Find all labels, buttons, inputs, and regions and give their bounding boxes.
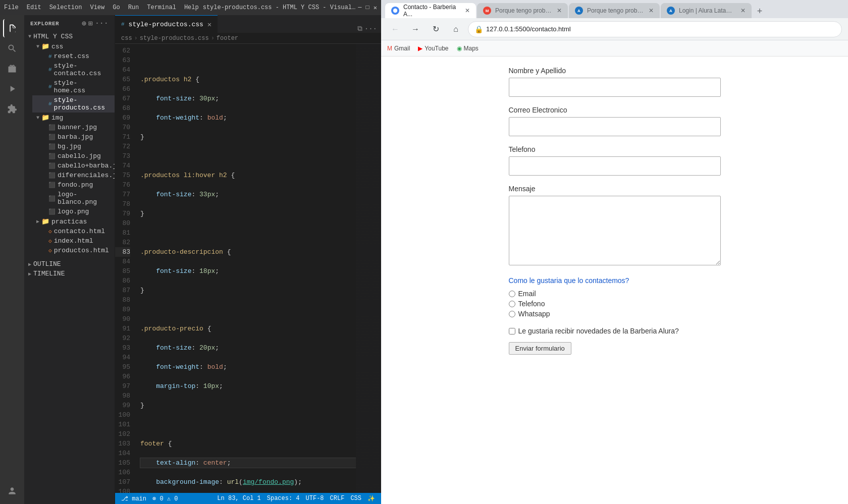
tab-close-icon[interactable]: ✕	[207, 20, 211, 29]
new-file-icon[interactable]: ⊕	[82, 19, 86, 28]
new-folder-icon[interactable]: ⊞	[88, 19, 93, 28]
error-count[interactable]: ⊗ 0 ⚠ 0	[152, 495, 178, 502]
sidebar-timeline[interactable]: ▶ TIMELINE	[24, 269, 115, 278]
prettier-icon[interactable]: ✨	[367, 495, 375, 502]
run-debug-icon[interactable]	[3, 80, 21, 98]
radio-telefono[interactable]: Telefono	[509, 300, 721, 308]
maximize-icon[interactable]: □	[366, 4, 369, 12]
correo-input[interactable]	[509, 117, 721, 136]
code-content[interactable]: .productos h2 { font-size: 30px; font-we…	[136, 44, 356, 493]
search-icon[interactable]	[3, 39, 21, 58]
code-line: .productos li:hover h2 {	[140, 171, 356, 180]
breadcrumb-css[interactable]: css	[121, 35, 132, 42]
bookmark-youtube[interactable]: ▶ YouTube	[418, 45, 448, 52]
breadcrumb-symbol[interactable]: footer	[217, 35, 238, 42]
line-endings[interactable]: CRLF	[330, 495, 345, 502]
tab-close-icon[interactable]: ✕	[649, 7, 654, 14]
menu-view[interactable]: View	[90, 4, 104, 11]
sidebar-folder-css[interactable]: ▼ 📁 css	[32, 41, 115, 51]
forward-button[interactable]: →	[407, 21, 423, 37]
code-line	[140, 420, 356, 429]
window-controls[interactable]: ─ □ ✕	[358, 4, 377, 12]
menu-run[interactable]: Run	[128, 4, 139, 11]
nombre-input[interactable]	[509, 78, 721, 97]
sidebar-header-actions[interactable]: ⊕ ⊞ ···	[82, 19, 109, 28]
sidebar-file-logo[interactable]: ⬛ logo.png	[32, 207, 115, 216]
menu-go[interactable]: Go	[113, 4, 120, 11]
browser-tab-2[interactable]: A Porque tengo proble... ✕	[569, 3, 660, 18]
img-file-icon: ⬛	[48, 143, 56, 150]
sidebar-file-home-css[interactable]: # style-home.css	[32, 78, 115, 95]
bookmark-label: YouTube	[425, 45, 448, 52]
sidebar-file-contacto-css[interactable]: # style-contacto.css	[32, 61, 115, 78]
close-icon[interactable]: ✕	[374, 4, 377, 12]
sidebar-file-reset-css[interactable]: # reset.css	[32, 51, 115, 61]
browser-tab-1[interactable]: M Porque tengo proble... ✕	[477, 3, 568, 18]
menu-terminal[interactable]: Terminal	[147, 4, 176, 11]
new-tab-button[interactable]: +	[753, 4, 767, 18]
newsletter-label: Le gustaria recibir novedades de la Barb…	[518, 327, 679, 335]
sidebar-folder-root[interactable]: ▼ HTML Y CSS	[24, 32, 115, 41]
breadcrumb-file[interactable]: style-productos.css	[140, 35, 209, 42]
menu-help[interactable]: Help	[184, 4, 199, 11]
home-button[interactable]: ⌂	[448, 21, 464, 37]
sidebar-file-diferenciales[interactable]: ⬛ diferenciales.jpg	[32, 171, 115, 180]
tab-close-icon[interactable]: ✕	[557, 7, 562, 14]
account-icon[interactable]	[3, 482, 21, 500]
more-tabs-icon[interactable]: ···	[364, 25, 377, 33]
submit-button[interactable]: Enviar formulario	[509, 342, 571, 355]
radio-email[interactable]: Email	[509, 290, 721, 298]
mensaje-input[interactable]	[509, 196, 721, 265]
tab-close-icon[interactable]: ✕	[740, 7, 746, 14]
telefono-input[interactable]	[509, 156, 721, 176]
git-branch-icon[interactable]: ⎇ main	[121, 495, 146, 502]
menu-file[interactable]: File	[4, 4, 19, 11]
chevron-down-icon: ▼	[36, 44, 39, 49]
radio-email-input[interactable]	[509, 291, 515, 297]
sidebar-file-bg[interactable]: ⬛ bg.jpg	[32, 142, 115, 151]
editor-tab-active[interactable]: # style-productos.css ✕	[115, 15, 218, 33]
radio-whatsapp-input[interactable]	[509, 311, 515, 317]
sidebar-file-productos[interactable]: ◇ productos.html	[32, 246, 115, 255]
file-label: style-contacto.css	[54, 62, 109, 77]
back-button[interactable]: ←	[387, 21, 403, 37]
bookmark-maps[interactable]: ◉ Maps	[457, 45, 479, 52]
tab-close-icon[interactable]: ✕	[465, 7, 470, 14]
explorer-icon[interactable]	[3, 19, 21, 37]
file-label: style-home.css	[54, 79, 109, 94]
encoding[interactable]: UTF-8	[306, 495, 324, 502]
minimize-icon[interactable]: ─	[358, 4, 361, 12]
img-file-icon: ⬛	[48, 134, 56, 140]
language-mode[interactable]: CSS	[350, 495, 361, 502]
sidebar-folder-img[interactable]: ▼ 📁 img	[32, 113, 115, 123]
radio-telefono-input[interactable]	[509, 301, 515, 307]
spaces-indicator[interactable]: Spaces: 4	[267, 495, 300, 502]
reload-button[interactable]: ↻	[428, 21, 444, 37]
menu-bar[interactable]: File Edit Selection View Go Run Terminal…	[4, 4, 199, 11]
source-control-icon[interactable]	[3, 60, 21, 78]
sidebar-file-cabello-barba[interactable]: ⬛ cabello+barba.jpg	[32, 161, 115, 171]
address-bar[interactable]: 🔒 127.0.0.1:5500/contacto.html	[468, 21, 842, 37]
radio-whatsapp[interactable]: Whatsapp	[509, 310, 721, 318]
newsletter-checkbox[interactable]	[509, 328, 515, 334]
sidebar-outline[interactable]: ▶ OUTLINE	[24, 259, 115, 269]
menu-edit[interactable]: Edit	[27, 4, 41, 11]
more-actions-icon[interactable]: ···	[95, 19, 109, 28]
menu-selection[interactable]: Selection	[49, 4, 82, 11]
sidebar-file-index[interactable]: ◇ index.html	[32, 236, 115, 246]
split-editor-icon[interactable]: ⧉	[357, 25, 362, 33]
bookmark-gmail[interactable]: M Gmail	[387, 45, 410, 52]
sidebar-file-logo-blanco[interactable]: ⬛ logo-blanco.png	[32, 190, 115, 207]
sidebar-file-contacto[interactable]: ◇ contacto.html	[32, 227, 115, 236]
tab-bar-actions[interactable]: ⧉ ···	[353, 25, 381, 33]
sidebar-file-banner[interactable]: ⬛ banner.jpg	[32, 123, 115, 132]
sidebar-file-cabello[interactable]: ⬛ cabello.jpg	[32, 151, 115, 161]
sidebar-folder-practicas[interactable]: ▶ 📁 practicas	[32, 216, 115, 227]
browser-tab-0[interactable]: Contacto - Barberia A... ✕	[385, 3, 476, 18]
sidebar-file-barba[interactable]: ⬛ barba.jpg	[32, 132, 115, 142]
newsletter-field[interactable]: Le gustaria recibir novedades de la Barb…	[509, 327, 721, 335]
browser-tab-3[interactable]: A Login | Alura Latam ... ✕	[661, 3, 752, 18]
sidebar-file-productos-css[interactable]: # style-productos.css	[32, 95, 115, 113]
extensions-icon[interactable]	[3, 100, 21, 118]
sidebar-file-fondo[interactable]: ⬛ fondo.png	[32, 180, 115, 190]
